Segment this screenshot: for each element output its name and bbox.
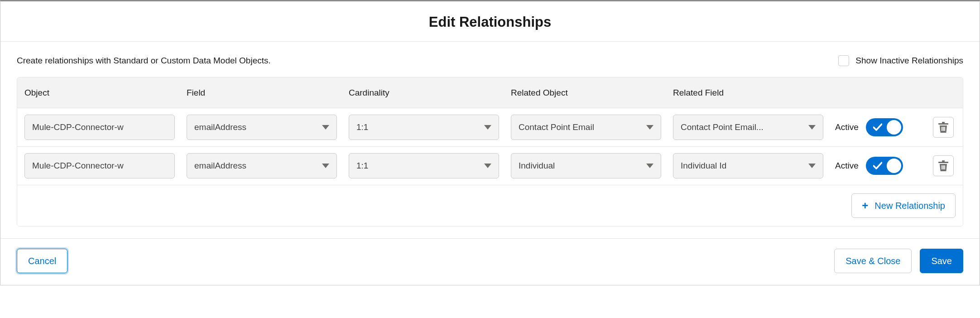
col-object: Object [24, 88, 175, 98]
related-object-select[interactable]: Contact Point Email [511, 115, 661, 140]
toggle-knob [887, 120, 901, 135]
cardinality-select-value: 1:1 [356, 122, 368, 132]
cardinality-select[interactable]: 1:1 [349, 115, 499, 140]
svg-rect-8 [943, 165, 944, 169]
save-close-button-label: Save & Close [845, 256, 900, 266]
check-icon [873, 123, 882, 131]
active-toggle[interactable] [866, 118, 903, 136]
toggle-knob [887, 159, 901, 173]
field-select-value: emailAddress [194, 122, 246, 132]
active-label: Active [835, 122, 859, 132]
col-related-object: Related Object [511, 88, 661, 98]
col-related-field: Related Field [673, 88, 823, 98]
show-inactive-row: Show Inactive Relationships [838, 55, 963, 66]
svg-rect-6 [942, 160, 945, 162]
show-inactive-label: Show Inactive Relationships [855, 56, 963, 66]
trash-icon [938, 122, 948, 133]
modal-footer: Cancel Save & Close Save [0, 238, 980, 285]
object-select[interactable]: Mule-CDP-Connector-w [24, 153, 175, 178]
chevron-down-icon [322, 125, 329, 130]
edit-relationships-modal: Edit Relationships Create relationships … [0, 0, 980, 285]
cancel-button-label: Cancel [28, 256, 56, 266]
body-topbar: Create relationships with Standard or Cu… [17, 55, 963, 66]
chevron-down-icon [808, 125, 816, 130]
cardinality-select-value: 1:1 [356, 161, 368, 171]
save-button[interactable]: Save [920, 249, 963, 273]
col-field: Field [187, 88, 337, 98]
object-select-value: Mule-CDP-Connector-w [32, 161, 124, 171]
related-field-select-value: Contact Point Email... [681, 122, 764, 132]
trash-icon [938, 160, 948, 171]
svg-rect-5 [938, 162, 948, 163]
save-close-button[interactable]: Save & Close [834, 249, 912, 273]
table-row: Mule-CDP-Connector-w emailAddress 1:1 [17, 147, 963, 185]
new-relationship-label: New Relationship [874, 201, 945, 211]
new-relationship-button[interactable]: + New Relationship [851, 193, 956, 218]
cardinality-select[interactable]: 1:1 [349, 153, 499, 178]
svg-rect-4 [944, 127, 945, 131]
modal-body: Create relationships with Standard or Cu… [0, 42, 980, 238]
object-select[interactable]: Mule-CDP-Connector-w [24, 115, 175, 140]
svg-rect-7 [942, 165, 942, 169]
chevron-down-icon [484, 164, 491, 168]
chevron-down-icon [646, 164, 653, 168]
svg-rect-2 [942, 127, 942, 131]
chevron-down-icon [646, 125, 653, 130]
chevron-down-icon [484, 125, 491, 130]
related-object-select-value: Individual [519, 161, 555, 171]
show-inactive-checkbox[interactable] [838, 55, 849, 66]
active-label: Active [835, 161, 859, 171]
description-text: Create relationships with Standard or Cu… [17, 56, 271, 66]
save-button-label: Save [931, 256, 952, 266]
field-select[interactable]: emailAddress [187, 153, 337, 178]
svg-rect-9 [944, 165, 945, 169]
cancel-button[interactable]: Cancel [17, 249, 67, 273]
chevron-down-icon [322, 164, 329, 168]
plus-icon: + [862, 200, 868, 211]
svg-rect-3 [943, 127, 944, 131]
col-cardinality: Cardinality [349, 88, 499, 98]
object-select-value: Mule-CDP-Connector-w [32, 122, 124, 132]
field-select-value: emailAddress [194, 161, 246, 171]
table-row: Mule-CDP-Connector-w emailAddress 1:1 [17, 108, 963, 147]
related-field-select[interactable]: Individual Id [673, 153, 823, 178]
table-header-row: Object Field Cardinality Related Object … [17, 77, 963, 108]
active-toggle[interactable] [866, 157, 903, 175]
related-object-select-value: Contact Point Email [519, 122, 594, 132]
modal-title: Edit Relationships [0, 14, 980, 30]
field-select[interactable]: emailAddress [187, 115, 337, 140]
delete-button[interactable] [933, 155, 954, 176]
svg-rect-1 [942, 122, 945, 123]
related-field-select-value: Individual Id [681, 161, 726, 171]
chevron-down-icon [808, 164, 816, 168]
related-object-select[interactable]: Individual [511, 153, 661, 178]
check-icon [873, 162, 882, 170]
relationships-table: Object Field Cardinality Related Object … [17, 77, 963, 226]
svg-rect-0 [938, 123, 948, 125]
modal-header: Edit Relationships [0, 1, 980, 42]
table-footer: + New Relationship [17, 185, 963, 226]
related-field-select[interactable]: Contact Point Email... [673, 115, 823, 140]
delete-button[interactable] [933, 117, 954, 138]
